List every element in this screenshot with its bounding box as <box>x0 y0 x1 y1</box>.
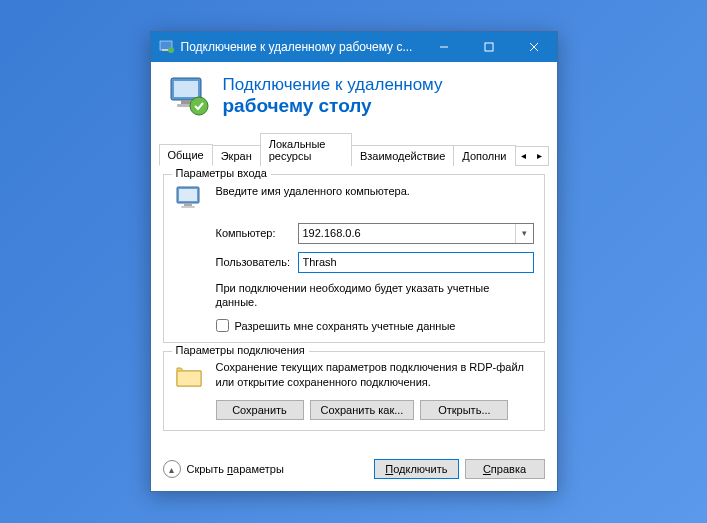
connection-group-title: Параметры подключения <box>172 344 309 356</box>
credentials-note: При подключении необходимо будет указать… <box>216 281 534 310</box>
user-input[interactable] <box>298 252 534 273</box>
minimize-button[interactable] <box>422 32 467 62</box>
svg-rect-14 <box>184 203 192 206</box>
save-credentials-row[interactable]: Разрешить мне сохранять учетные данные <box>216 319 534 332</box>
computer-label: Компьютер: <box>216 227 298 239</box>
close-button[interactable] <box>512 32 557 62</box>
user-row: Пользователь: <box>216 252 534 273</box>
computer-icon <box>174 183 206 215</box>
connection-text: Сохранение текущих параметров подключени… <box>216 360 534 389</box>
tab-general[interactable]: Общие <box>159 144 213 166</box>
svg-rect-8 <box>174 81 198 97</box>
hide-options-label: Скрыть параметры <box>187 463 284 475</box>
header-line2: рабочему столу <box>223 95 443 117</box>
save-credentials-label: Разрешить мне сохранять учетные данные <box>235 320 456 332</box>
rdp-icon <box>167 74 211 118</box>
save-credentials-checkbox[interactable] <box>216 319 229 332</box>
save-button[interactable]: Сохранить <box>216 400 304 420</box>
folder-icon <box>174 360 206 392</box>
tab-advanced[interactable]: Дополни <box>453 145 515 166</box>
chevron-down-icon[interactable]: ▾ <box>515 224 533 243</box>
tab-scroll: ◂ ▸ <box>515 146 549 165</box>
login-instruction: Введите имя удаленного компьютера. <box>216 185 410 197</box>
save-as-button[interactable]: Сохранить как... <box>310 400 415 420</box>
tab-experience[interactable]: Взаимодействие <box>351 145 454 166</box>
titlebar: Подключение к удаленному рабочему с... <box>151 32 557 62</box>
svg-point-2 <box>168 47 174 53</box>
login-instruction-row: Введите имя удаленного компьютера. <box>174 183 534 215</box>
svg-rect-9 <box>181 100 191 104</box>
help-button[interactable]: Справка <box>465 459 545 479</box>
hide-options-link[interactable]: ▴ Скрыть параметры <box>163 460 284 478</box>
chevron-up-icon: ▴ <box>163 460 181 478</box>
tab-display[interactable]: Экран <box>212 145 261 166</box>
login-group: Параметры входа Введите имя удаленного к… <box>163 174 545 344</box>
tab-panel: Параметры входа Введите имя удаленного к… <box>151 166 557 452</box>
window-controls <box>422 32 557 62</box>
connection-row: Сохранение текущих параметров подключени… <box>174 360 534 392</box>
header-title: Подключение к удаленному рабочему столу <box>223 75 443 116</box>
user-label: Пользователь: <box>216 256 298 268</box>
rdp-window: Подключение к удаленному рабочему с... П… <box>150 31 558 493</box>
tab-scroll-right[interactable]: ▸ <box>532 147 548 165</box>
computer-row: Компьютер: ▾ <box>216 223 534 244</box>
footer: ▴ Скрыть параметры Подключить Справка <box>151 451 557 491</box>
svg-rect-13 <box>179 189 197 201</box>
computer-combo[interactable]: ▾ <box>298 223 534 244</box>
tabs: Общие Экран Локальные ресурсы Взаимодейс… <box>159 132 549 166</box>
maximize-button[interactable] <box>467 32 512 62</box>
connection-group: Параметры подключения Сохранение текущих… <box>163 351 545 431</box>
open-button[interactable]: Открыть... <box>420 400 508 420</box>
connect-button[interactable]: Подключить <box>374 459 458 479</box>
titlebar-text: Подключение к удаленному рабочему с... <box>181 40 422 54</box>
computer-input[interactable] <box>299 224 515 243</box>
tab-scroll-left[interactable]: ◂ <box>516 147 532 165</box>
app-icon <box>159 39 175 55</box>
svg-rect-4 <box>485 43 493 51</box>
header: Подключение к удаленному рабочему столу <box>151 62 557 132</box>
svg-rect-15 <box>181 206 195 208</box>
svg-point-11 <box>190 97 208 115</box>
tab-local-resources[interactable]: Локальные ресурсы <box>260 133 352 166</box>
login-group-title: Параметры входа <box>172 167 271 179</box>
connection-buttons: Сохранить Сохранить как... Открыть... <box>216 400 534 420</box>
header-line1: Подключение к удаленному <box>223 75 443 95</box>
